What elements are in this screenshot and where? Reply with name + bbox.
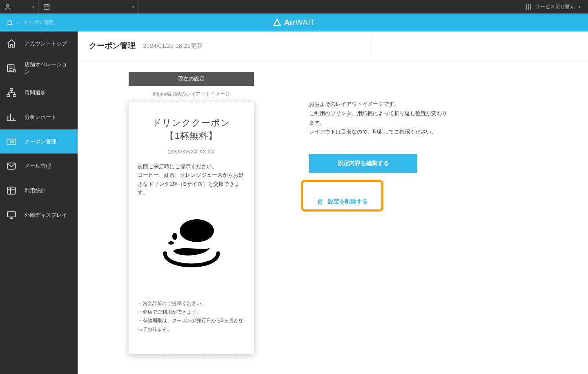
sidebar-item-label: クーポン管理	[24, 138, 56, 145]
svg-point-11	[13, 69, 16, 72]
topbar: ▾ ▾ サービス切り替え ▾	[0, 0, 588, 13]
svg-point-4	[526, 6, 527, 7]
coupon-body: 次回ご来店時にご提示ください。 コーヒー、紅茶、オレンジジュースからお好きなドリ…	[138, 162, 245, 197]
home-icon[interactable]	[7, 19, 13, 26]
coupon-date: 20XX/XX/XX XX:XX	[138, 149, 245, 155]
preview-caption: 現在の設定	[129, 72, 254, 86]
preview-subcaption: 80mm幅用紙のレイアウトイメージ	[129, 86, 254, 102]
breadcrumb-sep: ›	[17, 20, 19, 26]
sidebar-item-usage-stats[interactable]: 利用統計	[0, 178, 78, 203]
breadcrumb: › クーポン管理	[0, 19, 61, 26]
ticket-icon	[6, 136, 17, 147]
actions-column: おおよそのレイアウトイメージです。 ご利用のプリンタ、用紙幅によって折り返し位置…	[309, 72, 448, 354]
svg-point-8	[528, 8, 529, 9]
sidebar-item-label: 外部ディスプレイ	[24, 211, 67, 219]
page-title: クーポン管理	[89, 40, 136, 51]
main: クーポン管理 2024/01/25 18:21更新 現在の設定 80mm幅用紙の…	[78, 31, 588, 374]
svg-point-6	[530, 6, 531, 7]
trash-icon	[316, 198, 324, 205]
svg-point-7	[526, 8, 527, 9]
layout-description: おおよそのレイアウトイメージです。 ご利用のプリンタ、用紙幅によって折り返し位置…	[309, 100, 448, 137]
svg-rect-18	[7, 187, 16, 194]
sidebar-item-account-top[interactable]: アカウントトップ	[0, 31, 78, 56]
svg-point-2	[528, 4, 529, 5]
chevron-down-icon: ▾	[32, 5, 34, 9]
sidebar-item-mail[interactable]: メール管理	[0, 154, 78, 178]
store-icon	[43, 3, 50, 11]
table-icon	[6, 185, 17, 196]
updated-at: 2024/01/25 18:21更新	[143, 42, 203, 50]
svg-point-20	[180, 219, 214, 242]
sitemap-icon	[6, 87, 17, 98]
sidebar-item-external-display[interactable]: 外部ディスプレイ	[0, 203, 78, 227]
sidebar-item-store-ops[interactable]: 店舗オペレーション	[0, 56, 78, 80]
preview-column: 現在の設定 80mm幅用紙のレイアウトイメージ ドリンククーポン 【1杯無料】 …	[129, 72, 254, 354]
sidebar-item-label: 店舗オペレーション	[24, 61, 72, 76]
svg-point-21	[168, 241, 174, 245]
svg-point-16	[12, 140, 14, 142]
svg-point-1	[526, 4, 527, 5]
sidebar-item-label: 利用統計	[24, 187, 46, 194]
svg-point-5	[528, 6, 529, 7]
receipt-preview: ドリンククーポン 【1杯無料】 20XX/XX/XX XX:XX 次回ご来店時に…	[129, 102, 254, 354]
chevron-down-icon: ▾	[132, 5, 134, 9]
svg-point-9	[530, 8, 531, 9]
home-icon	[6, 38, 17, 49]
store-menu[interactable]: ▾	[39, 0, 139, 13]
service-switch[interactable]: サービス切り替え ▾	[518, 0, 588, 13]
coupon-image	[157, 210, 226, 280]
coupon-notes: ・お会計前にご提示ください。 ・全店でご利用ができます。 ・有効期限は、クーポン…	[138, 299, 245, 334]
sidebar-item-analytics[interactable]: 分析レポート	[0, 105, 78, 129]
svg-point-3	[530, 4, 531, 5]
sidebar-item-label: メール管理	[24, 163, 51, 170]
mail-icon	[6, 160, 17, 172]
svg-point-22	[172, 233, 177, 240]
sidebar: アカウントトップ 店舗オペレーション 質問追加 分析レポート クーポン管理 メー…	[0, 31, 78, 374]
coupon-title: ドリンククーポン 【1杯無料】	[138, 116, 245, 142]
list-badge-icon	[6, 62, 17, 74]
brand-logo: AirWAIT	[273, 18, 316, 27]
service-switch-label: サービス切り替え	[535, 3, 575, 10]
monitor-icon	[6, 209, 17, 221]
page-header: クーポン管理 2024/01/25 18:21更新	[78, 31, 588, 60]
breadcrumb-current: クーポン管理	[23, 19, 55, 26]
edit-settings-button[interactable]: 設定内容を編集する	[309, 154, 417, 173]
user-menu[interactable]: ▾	[0, 0, 39, 13]
sidebar-item-label: 質問追加	[24, 89, 46, 96]
bar-chart-icon	[6, 111, 17, 123]
svg-rect-12	[10, 88, 13, 90]
delete-settings-button[interactable]: 設定を削除する	[309, 193, 375, 210]
apps-grid-icon	[526, 4, 531, 10]
svg-point-0	[7, 4, 9, 7]
svg-rect-13	[7, 94, 10, 96]
svg-rect-14	[13, 94, 16, 96]
sidebar-item-coupon[interactable]: クーポン管理	[0, 129, 78, 154]
chevron-down-icon: ▾	[579, 5, 581, 9]
sidebar-item-label: 分析レポート	[24, 114, 56, 121]
sidebar-item-question-add[interactable]: 質問追加	[0, 80, 78, 105]
sidebar-item-label: アカウントトップ	[24, 40, 67, 47]
user-icon	[4, 3, 11, 11]
header-bar: › クーポン管理 AirWAIT	[0, 13, 588, 31]
svg-rect-19	[7, 211, 16, 217]
delete-settings-label: 設定を削除する	[328, 198, 368, 205]
